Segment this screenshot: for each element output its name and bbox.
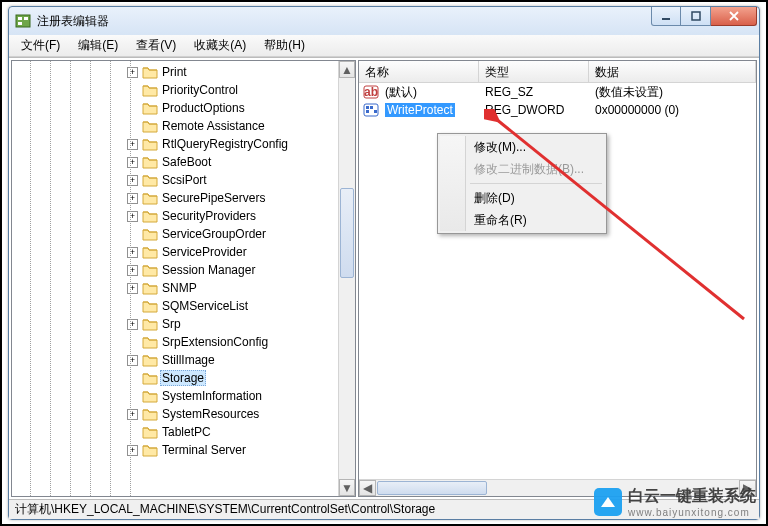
menu-favorites[interactable]: 收藏夹(A) [186, 35, 254, 56]
tree-item[interactable]: SNMP [12, 279, 355, 297]
statusbar-path: 计算机\HKEY_LOCAL_MACHINE\SYSTEM\CurrentCon… [15, 501, 435, 518]
expand-icon[interactable] [127, 355, 138, 366]
tree-item[interactable]: ProductOptions [12, 99, 355, 117]
expand-icon[interactable] [127, 175, 138, 186]
maximize-button[interactable] [681, 7, 711, 26]
scroll-left-button[interactable]: ◀ [359, 480, 376, 496]
tree-item[interactable]: ServiceProvider [12, 243, 355, 261]
scroll-thumb[interactable] [340, 188, 354, 278]
folder-icon [142, 191, 158, 205]
tree-item[interactable]: SystemInformation [12, 387, 355, 405]
expand-icon[interactable] [127, 193, 138, 204]
tree-item[interactable]: RtlQueryRegistryConfig [12, 135, 355, 153]
close-button[interactable] [711, 7, 757, 26]
ctx-delete[interactable]: 删除(D) [440, 187, 604, 209]
no-expand-icon [127, 427, 138, 438]
expand-icon[interactable] [127, 67, 138, 78]
expand-icon[interactable] [127, 139, 138, 150]
value-data: 0x00000000 (0) [591, 103, 756, 117]
tree-item[interactable]: Session Manager [12, 261, 355, 279]
expand-icon[interactable] [127, 157, 138, 168]
expand-icon[interactable] [127, 247, 138, 258]
tree-item[interactable]: Print [12, 63, 355, 81]
tree-item[interactable]: Remote Assistance [12, 117, 355, 135]
svg-rect-4 [662, 18, 670, 20]
tree-item[interactable]: PriorityControl [12, 81, 355, 99]
list-row[interactable]: (默认)REG_SZ(数值未设置) [359, 83, 756, 101]
column-data[interactable]: 数据 [589, 61, 756, 82]
tree-item-label: RtlQueryRegistryConfig [162, 137, 288, 151]
scroll-up-button[interactable]: ▲ [339, 61, 355, 78]
reg-dword-icon [363, 102, 379, 118]
tree-item[interactable]: Srp [12, 315, 355, 333]
expand-icon[interactable] [127, 265, 138, 276]
svg-rect-3 [24, 17, 28, 20]
tree-item[interactable]: ServiceGroupOrder [12, 225, 355, 243]
tree-item[interactable]: SystemResources [12, 405, 355, 423]
ctx-modify-binary[interactable]: 修改二进制数据(B)... [440, 158, 604, 180]
expand-icon[interactable] [127, 211, 138, 222]
scroll-down-button[interactable]: ▼ [339, 479, 355, 496]
expand-icon[interactable] [127, 409, 138, 420]
folder-icon [142, 101, 158, 115]
expand-icon[interactable] [127, 319, 138, 330]
tree-item[interactable]: SafeBoot [12, 153, 355, 171]
tree-item[interactable]: Terminal Server [12, 441, 355, 459]
ctx-rename[interactable]: 重命名(R) [440, 209, 604, 231]
tree-item[interactable]: ScsiPort [12, 171, 355, 189]
tree-item[interactable]: SrpExtensionConfig [12, 333, 355, 351]
tree-item-label: TabletPC [162, 425, 211, 439]
tree-item[interactable]: SecurityProviders [12, 207, 355, 225]
menu-file[interactable]: 文件(F) [13, 35, 68, 56]
tree-item-label: PriorityControl [162, 83, 238, 97]
expand-icon[interactable] [127, 445, 138, 456]
menu-help[interactable]: 帮助(H) [256, 35, 313, 56]
menubar: 文件(F) 编辑(E) 查看(V) 收藏夹(A) 帮助(H) [9, 35, 759, 57]
folder-icon [142, 425, 158, 439]
folder-icon [142, 119, 158, 133]
menu-view[interactable]: 查看(V) [128, 35, 184, 56]
tree-item-label: SNMP [162, 281, 197, 295]
tree-item-label: Print [162, 65, 187, 79]
no-expand-icon [127, 85, 138, 96]
folder-icon [142, 173, 158, 187]
titlebar[interactable]: 注册表编辑器 [9, 7, 759, 35]
list-row[interactable]: WriteProtectREG_DWORD0x00000000 (0) [359, 101, 756, 119]
folder-icon [142, 317, 158, 331]
reg-string-icon [363, 84, 379, 100]
tree-item[interactable]: Storage [12, 369, 355, 387]
tree-item[interactable]: StillImage [12, 351, 355, 369]
folder-icon [142, 245, 158, 259]
minimize-button[interactable] [651, 7, 681, 26]
folder-icon [142, 209, 158, 223]
folder-icon [142, 227, 158, 241]
column-name[interactable]: 名称 [359, 61, 479, 82]
menu-edit[interactable]: 编辑(E) [70, 35, 126, 56]
svg-rect-0 [16, 15, 30, 27]
tree-item[interactable]: SecurePipeServers [12, 189, 355, 207]
tree-item[interactable]: SQMServiceList [12, 297, 355, 315]
context-menu: 修改(M)... 修改二进制数据(B)... 删除(D) 重命名(R) [437, 133, 607, 234]
svg-rect-2 [18, 22, 22, 25]
scroll-track[interactable] [339, 78, 355, 479]
list-header[interactable]: 名称 类型 数据 [359, 61, 756, 83]
folder-icon [142, 65, 158, 79]
tree-item-label: SystemInformation [162, 389, 262, 403]
expand-icon[interactable] [127, 283, 138, 294]
tree-vertical-scrollbar[interactable]: ▲ ▼ [338, 61, 355, 496]
registry-editor-window: 注册表编辑器 文件(F) 编辑(E) 查看(V) 收藏夹(A) 帮助(H) [8, 6, 760, 520]
tree-pane[interactable]: PrintPriorityControlProductOptionsRemote… [11, 60, 356, 497]
watermark: 白云一键重装系统 www.baiyunxitong.com [594, 486, 756, 518]
tree-item-label: SrpExtensionConfig [162, 335, 268, 349]
tree-item[interactable]: TabletPC [12, 423, 355, 441]
ctx-modify[interactable]: 修改(M)... [440, 136, 604, 158]
hscroll-thumb[interactable] [377, 481, 487, 495]
list-pane[interactable]: 名称 类型 数据 (默认)REG_SZ(数值未设置)WriteProtectRE… [358, 60, 757, 497]
column-type[interactable]: 类型 [479, 61, 589, 82]
app-icon [15, 13, 31, 29]
tree-item-label: SQMServiceList [162, 299, 248, 313]
watermark-badge-icon [594, 488, 622, 516]
tree-item-label: SystemResources [162, 407, 259, 421]
value-name: WriteProtect [385, 103, 455, 117]
watermark-url: www.baiyunxitong.com [628, 507, 756, 518]
